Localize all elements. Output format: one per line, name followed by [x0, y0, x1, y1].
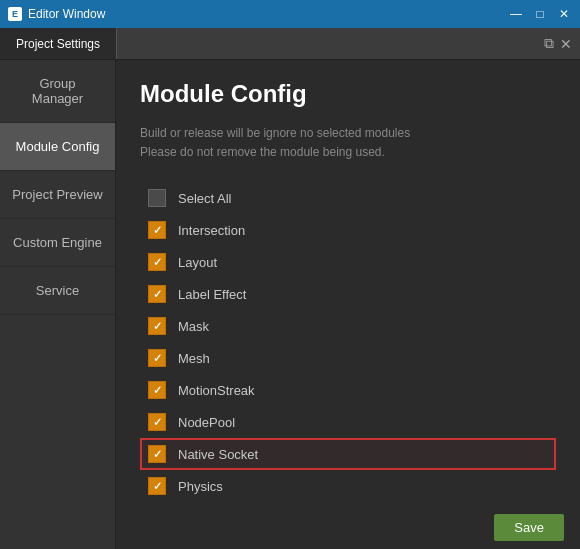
module-item-mask[interactable]: ✓ Mask — [140, 310, 556, 342]
checkbox-label-effect[interactable]: ✓ — [148, 285, 166, 303]
module-label-motionstreak: MotionStreak — [178, 383, 255, 398]
title-bar: E Editor Window — □ ✕ — [0, 0, 580, 28]
description: Build or release will be ignore no selec… — [140, 124, 556, 162]
module-label-mask: Mask — [178, 319, 209, 334]
module-list: Select All ✓ Intersection ✓ Layout — [140, 182, 556, 502]
module-item-select-all[interactable]: Select All — [140, 182, 556, 214]
sidebar-item-service[interactable]: Service — [0, 267, 115, 315]
checkbox-mask[interactable]: ✓ — [148, 317, 166, 335]
close-button[interactable]: ✕ — [556, 7, 572, 21]
sidebar-item-project-preview[interactable]: Project Preview — [0, 171, 115, 219]
module-item-native-socket[interactable]: ✓ Native Socket — [140, 438, 556, 470]
module-item-label-effect[interactable]: ✓ Label Effect — [140, 278, 556, 310]
sidebar: Group Manager Module Config Project Prev… — [0, 60, 116, 549]
checkbox-intersection[interactable]: ✓ — [148, 221, 166, 239]
window-controls: — □ ✕ — [508, 7, 572, 21]
checkbox-motionstreak[interactable]: ✓ — [148, 381, 166, 399]
title-bar-left: E Editor Window — [8, 7, 105, 21]
page-title: Module Config — [140, 80, 556, 108]
module-label-native-socket: Native Socket — [178, 447, 258, 462]
checkbox-mesh[interactable]: ✓ — [148, 349, 166, 367]
sidebar-item-group-manager[interactable]: Group Manager — [0, 60, 115, 123]
module-label-nodepool: NodePool — [178, 415, 235, 430]
module-label-mesh: Mesh — [178, 351, 210, 366]
top-tabs-bar: Project Settings ⧉ ✕ — [0, 28, 580, 60]
tab-actions: ⧉ ✕ — [544, 28, 580, 59]
checkbox-physics[interactable]: ✓ — [148, 477, 166, 495]
maximize-button[interactable]: □ — [532, 7, 548, 21]
sidebar-item-custom-engine[interactable]: Custom Engine — [0, 219, 115, 267]
sidebar-item-module-config[interactable]: Module Config — [0, 123, 115, 171]
module-label-physics: Physics — [178, 479, 223, 494]
checkbox-select-all[interactable] — [148, 189, 166, 207]
minimize-button[interactable]: — — [508, 7, 524, 21]
app-icon: E — [8, 7, 22, 21]
footer: Save — [116, 506, 580, 549]
save-button[interactable]: Save — [494, 514, 564, 541]
checkbox-nodepool[interactable]: ✓ — [148, 413, 166, 431]
checkbox-native-socket[interactable]: ✓ — [148, 445, 166, 463]
checkbox-layout[interactable]: ✓ — [148, 253, 166, 271]
main-layout: Group Manager Module Config Project Prev… — [0, 60, 580, 549]
content-area: Module Config Build or release will be i… — [116, 60, 580, 549]
module-item-physics[interactable]: ✓ Physics — [140, 470, 556, 502]
close-tab-icon[interactable]: ✕ — [560, 36, 572, 52]
module-item-layout[interactable]: ✓ Layout — [140, 246, 556, 278]
module-item-motionstreak[interactable]: ✓ MotionStreak — [140, 374, 556, 406]
module-label-intersection: Intersection — [178, 223, 245, 238]
tab-project-settings[interactable]: Project Settings — [0, 28, 117, 59]
module-item-mesh[interactable]: ✓ Mesh — [140, 342, 556, 374]
module-item-nodepool[interactable]: ✓ NodePool — [140, 406, 556, 438]
window-title: Editor Window — [28, 7, 105, 21]
module-label-layout: Layout — [178, 255, 217, 270]
module-label-label-effect: Label Effect — [178, 287, 246, 302]
restore-icon[interactable]: ⧉ — [544, 35, 554, 52]
module-item-intersection[interactable]: ✓ Intersection — [140, 214, 556, 246]
content-inner: Module Config Build or release will be i… — [116, 60, 580, 506]
module-label-select-all: Select All — [178, 191, 231, 206]
